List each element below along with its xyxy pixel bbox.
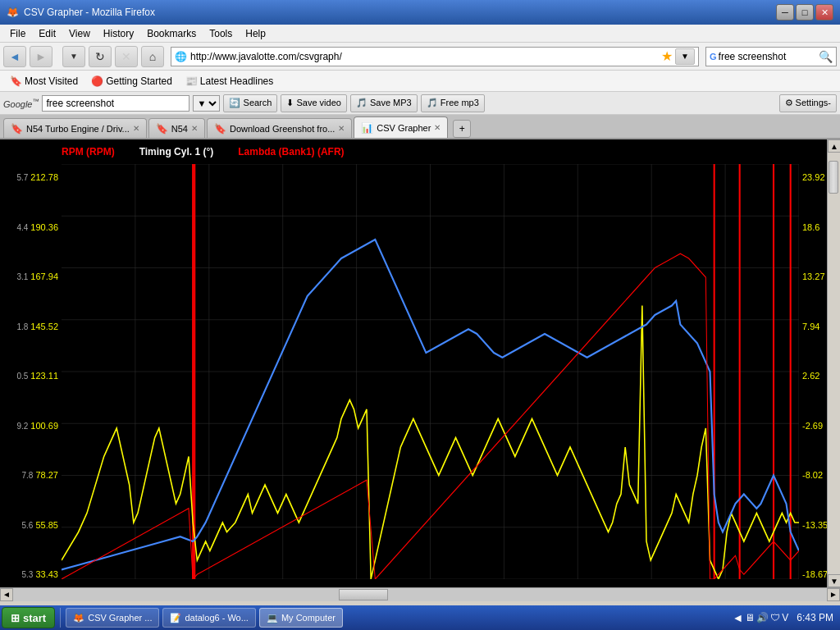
tab-csv-icon: 📊 <box>361 122 373 134</box>
tab-greenshot-label: Download Greenshot fro... <box>230 124 335 134</box>
titlebar-left: 🦊 CSV Grapher - Mozilla Firefox <box>7 7 155 18</box>
tray-volume: 🔊 <box>756 612 769 623</box>
taskbar-csv-grapher[interactable]: 🦊 CSV Grapher ... <box>66 608 159 628</box>
scroll-thumb[interactable] <box>829 161 838 194</box>
scroll-up[interactable]: ▲ <box>828 139 840 153</box>
tab-n54-close[interactable]: ✕ <box>191 124 198 133</box>
google-search-input[interactable] <box>42 95 189 112</box>
home-button[interactable]: ⌂ <box>141 46 164 67</box>
legend-rpm: RPM (RPM) <box>62 146 115 158</box>
tray-icon-1: ◄ <box>732 611 743 624</box>
scroll-down[interactable]: ▼ <box>828 574 840 587</box>
settings-button[interactable]: ⚙ Settings- <box>779 94 837 112</box>
menu-tools[interactable]: Tools <box>203 26 239 41</box>
tab-greenshot[interactable]: 🔖 Download Greenshot fro... ✕ <box>207 118 352 138</box>
tab-n54-icon: 🔖 <box>156 123 168 135</box>
y-label-8: 5.6 55.85 <box>3 520 58 530</box>
start-label: start <box>23 612 46 624</box>
google-search-button[interactable]: 🔄 Search <box>223 94 277 112</box>
taskbar-computer-label: My Computer <box>281 613 336 623</box>
maximize-button[interactable]: □ <box>796 4 814 21</box>
taskbar-csv-label: CSV Grapher ... <box>88 613 152 623</box>
y-label-9: 5.3 33.43 <box>3 569 58 579</box>
y-label-7: 7.8 78.27 <box>3 470 58 480</box>
getting-started-icon: 🔴 <box>91 75 103 87</box>
most-visited-icon: 🔖 <box>10 75 22 87</box>
horizontal-scrollbar[interactable]: ◄ ► <box>0 587 840 600</box>
tray-network: 🖥 <box>745 612 755 623</box>
reload-button[interactable]: ↻ <box>89 46 112 67</box>
search-icon[interactable]: 🔍 <box>819 50 833 63</box>
bookmarks-bar: 🔖 Most Visited 🔴 Getting Started 📰 Lates… <box>0 71 840 92</box>
y-label-2: 4.4 190.36 <box>3 222 58 232</box>
bookmark-most-visited[interactable]: 🔖 Most Visited <box>5 74 83 89</box>
tray-security2: V <box>782 612 788 623</box>
save-mp3-button[interactable]: 🎵 Save MP3 <box>350 94 418 112</box>
vertical-scrollbar[interactable]: ▲ ▼ <box>827 139 840 587</box>
address-input[interactable] <box>190 51 659 62</box>
scroll-right[interactable]: ► <box>827 588 840 601</box>
taskbar-datalog-label: datalog6 - Wo... <box>185 613 248 623</box>
window-title: CSV Grapher - Mozilla Firefox <box>24 7 155 18</box>
star-dropdown[interactable]: ▼ <box>675 48 695 65</box>
search-input[interactable] <box>719 51 819 62</box>
taskbar: ⊞ start 🦊 CSV Grapher ... 📝 datalog6 - W… <box>0 605 840 630</box>
title-bar: 🦊 CSV Grapher - Mozilla Firefox ─ □ ✕ <box>0 0 840 25</box>
tray-icons: ◄ 🖥 🔊 🛡 V <box>732 611 788 624</box>
y-label-4: 1.8 145.52 <box>3 322 58 331</box>
menu-help[interactable]: Help <box>239 26 272 41</box>
content-area: RPM (RPM) Timing Cyl. 1 (°) Lambda (Bank… <box>0 139 840 587</box>
menu-history[interactable]: History <box>97 26 140 41</box>
tabs-bar: 🔖 N54 Turbo Engine / Driv... ✕ 🔖 N54 ✕ 🔖… <box>0 115 840 139</box>
titlebar-buttons: ─ □ ✕ <box>776 4 833 21</box>
y-label-6: 9.2 100.69 <box>3 421 58 431</box>
h-scroll-track[interactable] <box>13 588 827 601</box>
tab-n54-turbo-close[interactable]: ✕ <box>133 124 139 133</box>
menu-view[interactable]: View <box>62 26 97 41</box>
chart-left-labels: 5.7 212.78 4.4 190.36 3.1 167.94 1.8 145… <box>0 164 62 587</box>
page-icon: 🌐 <box>175 51 187 62</box>
tab-n54-label: N54 <box>171 124 188 134</box>
google-toolbar: Google™ ▼ 🔄 Search ⬇ Save video 🎵 Save M… <box>0 92 840 115</box>
bookmark-star[interactable]: ★ <box>659 48 675 65</box>
menu-bookmarks[interactable]: Bookmarks <box>140 26 203 41</box>
google-search-select[interactable]: ▼ <box>193 95 220 112</box>
taskbar-datalog[interactable]: 📝 datalog6 - Wo... <box>162 608 255 628</box>
tab-greenshot-close[interactable]: ✕ <box>338 124 345 133</box>
address-bar: 🌐 ★ ▼ <box>171 47 699 66</box>
menu-file[interactable]: File <box>3 26 32 41</box>
stop-button[interactable]: ✕ <box>115 46 138 67</box>
dropdown-button[interactable]: ▼ <box>62 46 85 67</box>
scroll-track[interactable] <box>828 153 840 574</box>
save-video-button[interactable]: ⬇ Save video <box>281 94 346 112</box>
chart-svg <box>62 164 799 579</box>
google-search-logo: G <box>710 52 717 62</box>
tray-security1: 🛡 <box>770 612 780 623</box>
taskbar-right: ◄ 🖥 🔊 🛡 V 6:43 PM <box>732 611 838 624</box>
latest-headlines-icon: 📰 <box>185 75 198 87</box>
tab-n54-turbo[interactable]: 🔖 N54 Turbo Engine / Driv... ✕ <box>3 118 147 138</box>
minimize-button[interactable]: ─ <box>776 4 794 21</box>
google-logo: Google™ <box>3 98 39 109</box>
start-button[interactable]: ⊞ start <box>2 607 55 628</box>
free-mp3-button[interactable]: 🎵 Free mp3 <box>421 94 485 112</box>
bookmark-latest-headlines[interactable]: 📰 Latest Headlines <box>180 74 278 89</box>
back-button[interactable]: ◄ <box>3 46 26 67</box>
search-bar: G 🔍 <box>705 47 837 66</box>
menu-edit[interactable]: Edit <box>32 26 62 41</box>
y-label-5: 0.5 123.11 <box>3 371 58 381</box>
forward-button[interactable]: ► <box>30 46 52 67</box>
tab-n54-turbo-icon: 🔖 <box>11 123 23 135</box>
legend-timing: Timing Cyl. 1 (°) <box>139 146 214 158</box>
tab-csv-grapher[interactable]: 📊 CSV Grapher ✕ <box>354 116 448 138</box>
tab-csv-close[interactable]: ✕ <box>434 123 441 132</box>
tab-greenshot-icon: 🔖 <box>214 123 226 135</box>
new-tab-button[interactable]: + <box>453 120 471 138</box>
bookmark-getting-started[interactable]: 🔴 Getting Started <box>86 74 177 89</box>
h-scroll-thumb[interactable] <box>339 589 388 600</box>
tab-n54[interactable]: 🔖 N54 ✕ <box>148 118 205 138</box>
scroll-left[interactable]: ◄ <box>0 588 13 601</box>
chart-container: RPM (RPM) Timing Cyl. 1 (°) Lambda (Bank… <box>0 139 840 587</box>
taskbar-my-computer[interactable]: 💻 My Computer <box>259 608 343 628</box>
close-button[interactable]: ✕ <box>815 4 833 21</box>
